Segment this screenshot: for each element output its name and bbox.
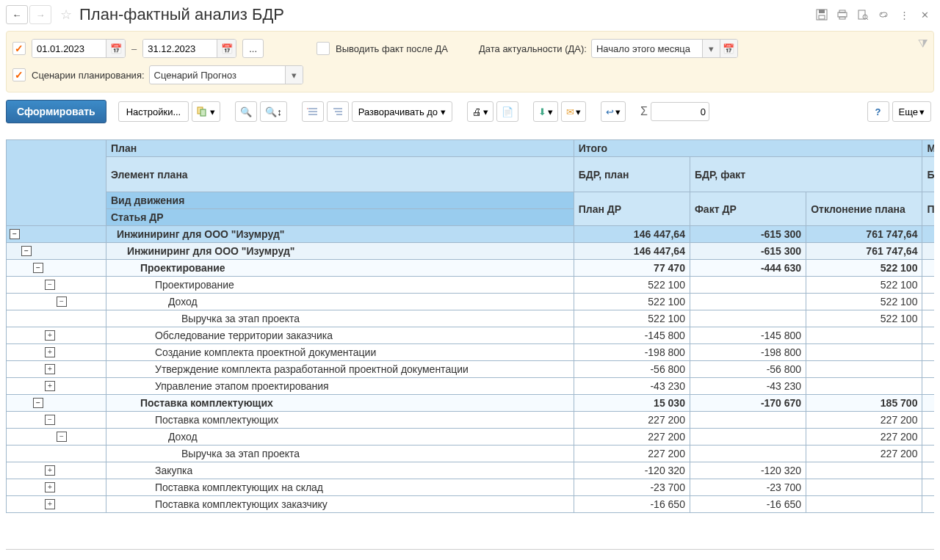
- title-bar: ← → ☆ План-фактный анализ БДР ⋮ ✕: [0, 0, 940, 29]
- calendar-icon[interactable]: 📅: [720, 40, 737, 57]
- sigma-label: Σ: [640, 105, 648, 118]
- table-row[interactable]: −Проектирование77 470-444 630522 100281 …: [7, 260, 935, 277]
- row-label: Поставка комплектующих заказчику: [155, 498, 328, 510]
- expand-to-button[interactable]: Разворачивать до ▾: [352, 101, 452, 122]
- settings-button[interactable]: Настройки...: [118, 101, 189, 122]
- expand-toggle[interactable]: +: [45, 465, 55, 476]
- save-as-button[interactable]: ⬇ ▾: [533, 101, 558, 122]
- print-icon[interactable]: [833, 5, 852, 24]
- chevron-down-icon[interactable]: ▾: [285, 66, 303, 84]
- help-button[interactable]: ?: [867, 101, 889, 122]
- output-after-da-checkbox[interactable]: [317, 42, 330, 55]
- table-row[interactable]: −Доход227 200227 200: [7, 429, 935, 446]
- preview-icon[interactable]: [853, 5, 872, 24]
- expand-toggle[interactable]: +: [45, 482, 55, 492]
- table-row[interactable]: −Доход522 100522 100365 470: [7, 294, 935, 310]
- calendar-icon[interactable]: 📅: [217, 40, 236, 57]
- generate-button[interactable]: Сформировать: [6, 100, 106, 123]
- expand-toggle[interactable]: +: [45, 381, 55, 391]
- funnel-icon[interactable]: ⧩: [918, 37, 928, 51]
- table-row[interactable]: −Поставка комплектующих15 030-170 670185…: [7, 395, 935, 412]
- refresh-icon: ↩: [606, 106, 614, 117]
- refresh-button[interactable]: ↩ ▾: [601, 101, 626, 122]
- svg-rect-4: [839, 10, 845, 12]
- table-row[interactable]: +Обследование территории заказчика-145 8…: [7, 327, 935, 344]
- dash-separator: –: [131, 43, 137, 54]
- arrow-right-icon: →: [36, 10, 46, 21]
- row-label: Создание комплекта проектной документаци…: [155, 346, 376, 358]
- kebab-menu-icon[interactable]: ⋮: [894, 5, 914, 24]
- row-label: Поставка комплектующих на склад: [155, 481, 323, 493]
- chevron-down-icon[interactable]: ▾: [702, 40, 720, 57]
- table-row[interactable]: +Утверждение комплекта разработанной про…: [7, 361, 935, 378]
- row-label: Инжиниринг для ООО "Изумруд": [127, 245, 294, 257]
- svg-rect-5: [839, 17, 845, 19]
- row-label: Обследование территории заказчика: [155, 330, 333, 341]
- favorite-star-icon[interactable]: ☆: [57, 6, 75, 23]
- nav-forward-button[interactable]: →: [29, 5, 51, 24]
- table-row[interactable]: −Поставка комплектующих227 200227 200: [7, 412, 935, 429]
- output-after-da-label: Выводить факт после ДА: [336, 43, 448, 54]
- da-select[interactable]: Начало этого месяца ▾ 📅: [591, 39, 738, 58]
- da-value: Начало этого месяца: [592, 40, 702, 57]
- calendar-icon[interactable]: 📅: [106, 40, 125, 57]
- date-from-input[interactable]: [32, 40, 106, 57]
- table-row[interactable]: Выручка за этап проекта522 100522 100365…: [7, 310, 935, 327]
- collapse-toggle[interactable]: −: [45, 280, 55, 290]
- table-row[interactable]: +Поставка комплектующих заказчику-16 650…: [7, 496, 935, 513]
- collapse-toggle[interactable]: −: [21, 246, 32, 256]
- nav-back-button[interactable]: ←: [6, 5, 28, 24]
- row-label: Управление этапом проектирования: [155, 380, 329, 392]
- collapse-toggle[interactable]: −: [33, 398, 43, 408]
- expand-toggle[interactable]: +: [45, 364, 55, 374]
- collapse-toggle[interactable]: −: [57, 297, 67, 307]
- collapse-groups-button[interactable]: [302, 101, 324, 122]
- toolbar: Сформировать Настройки... ▾ 🔍 🔍↕ Развора…: [0, 97, 940, 129]
- table-row[interactable]: −Инжиниринг для ООО "Изумруд"146 447,64-…: [7, 243, 935, 260]
- table-row[interactable]: Выручка за этап проекта227 200227 200: [7, 446, 935, 462]
- scenario-checkbox[interactable]: [12, 68, 26, 81]
- date-to-input[interactable]: [143, 40, 217, 57]
- period-checkbox[interactable]: [12, 42, 26, 55]
- arrow-left-icon: ←: [12, 10, 22, 21]
- collapse-toggle[interactable]: −: [45, 415, 55, 425]
- table-row[interactable]: +Закупка-120 320-120 320: [7, 462, 935, 479]
- collapse-toggle[interactable]: −: [33, 263, 43, 273]
- svg-rect-1: [819, 10, 825, 13]
- scenario-select[interactable]: Сценарий Прогноз ▾: [149, 65, 303, 84]
- period-dialog-button[interactable]: ...: [242, 39, 264, 58]
- link-icon[interactable]: [874, 5, 893, 24]
- print-button[interactable]: 🖨 ▾: [467, 101, 494, 122]
- close-icon[interactable]: ✕: [915, 5, 934, 24]
- sum-field[interactable]: [651, 102, 709, 121]
- collapse-toggle[interactable]: −: [10, 229, 20, 239]
- table-row[interactable]: +Создание комплекта проектной документац…: [7, 344, 935, 361]
- scenario-value: Сценарий Прогноз: [150, 66, 285, 84]
- table-row[interactable]: +Поставка комплектующих на склад-23 700-…: [7, 479, 935, 496]
- find-button[interactable]: 🔍: [235, 101, 257, 122]
- expand-groups-button[interactable]: [327, 101, 349, 122]
- find-prev-button[interactable]: 🔍↕: [260, 101, 287, 122]
- report-table-wrap[interactable]: ПланИтогоМарт23Элемент планаБДР, планБДР…: [6, 139, 934, 550]
- table-row[interactable]: −Проектирование522 100522 100365 470: [7, 277, 935, 294]
- svg-marker-14: [307, 108, 308, 109]
- send-email-button[interactable]: ✉ ▾: [561, 101, 586, 122]
- row-label: Доход: [168, 296, 198, 308]
- row-label: Закупка: [155, 465, 192, 476]
- filter-panel: ⧩ 📅 – 📅 ... Выводить факт после ДА Дата …: [6, 31, 934, 92]
- expand-toggle[interactable]: +: [45, 330, 55, 341]
- expand-toggle[interactable]: +: [45, 347, 55, 357]
- more-button[interactable]: Еще ▾: [892, 101, 931, 122]
- variants-button[interactable]: ▾: [192, 101, 220, 122]
- print-preview-button[interactable]: 📄: [496, 101, 518, 122]
- save-icon[interactable]: [812, 5, 831, 24]
- expand-toggle[interactable]: +: [45, 499, 55, 509]
- printer-icon: 🖨: [472, 106, 482, 117]
- date-from-field[interactable]: 📅: [32, 39, 126, 58]
- table-row[interactable]: −Инжиниринг для ООО "Изумруд"146 447,64-…: [7, 226, 935, 243]
- collapse-toggle[interactable]: −: [57, 432, 67, 442]
- date-to-field[interactable]: 📅: [142, 39, 236, 58]
- table-row[interactable]: +Управление этапом проектирования-43 230…: [7, 378, 935, 395]
- row-label: Утверждение комплекта разработанной прое…: [155, 363, 469, 375]
- row-label: Поставка комплектующих: [155, 414, 278, 426]
